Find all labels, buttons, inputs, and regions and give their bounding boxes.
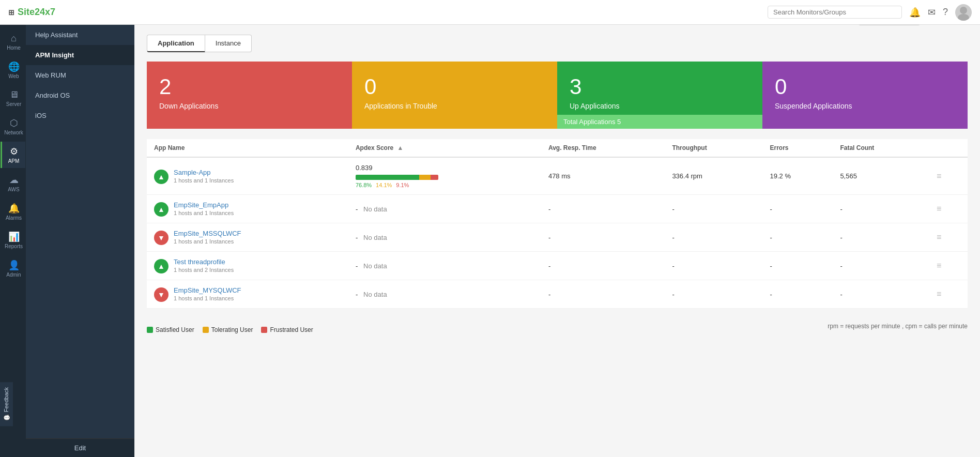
row-menu-icon[interactable]: ≡	[937, 204, 941, 213]
cell-apdex: - No data	[348, 252, 541, 280]
status-icon-up: ▲	[154, 202, 169, 217]
apdex-green-label: 76.8%	[356, 182, 372, 188]
stat-suspended-label: Suspended Applications	[775, 102, 955, 110]
row-menu-icon[interactable]: ≡	[937, 233, 941, 241]
search-bar[interactable]	[768, 6, 902, 19]
cell-app-name: ▲ Sample-App 1 hosts and 1 Instances	[147, 157, 348, 195]
help-icon[interactable]: ?	[943, 7, 948, 18]
main-content: APM Insight Applications ↻ Last updated …	[134, 0, 980, 347]
cell-throughput: -	[665, 195, 762, 223]
cell-menu[interactable]: ≡	[929, 252, 968, 280]
cell-apdex: - No data	[348, 223, 541, 252]
top-icons: 🔔 ✉ ?	[909, 4, 972, 21]
cell-errors: 19.2 %	[763, 157, 833, 195]
cell-avg-resp: -	[541, 252, 665, 280]
nav-apm-label: APM	[8, 158, 20, 164]
cell-app-name: ▲ Test threadprofile 1 hosts and 2 Insta…	[147, 252, 348, 280]
cell-menu[interactable]: ≡	[929, 223, 968, 252]
cell-menu[interactable]: ≡	[929, 195, 968, 223]
apdex-orange-label: 14.1%	[376, 182, 392, 188]
nav-admin[interactable]: 👤 Admin	[1, 255, 25, 282]
cell-avg-resp: 478 ms	[541, 157, 665, 195]
web-icon: 🌐	[8, 61, 20, 72]
stat-suspended-number: 0	[775, 76, 955, 98]
reports-icon: 📊	[8, 231, 20, 242]
nav-network[interactable]: ⬡ Network	[1, 113, 25, 140]
legend: Satisfied User Tolerating User Frustrate…	[147, 326, 313, 333]
frustrated-color-dot	[261, 327, 267, 333]
total-apps-bar: Total Applications 5	[557, 115, 762, 129]
table-row: ▲ Sample-App 1 hosts and 1 Instances 0.8…	[147, 157, 968, 195]
cell-apdex: - No data	[348, 280, 541, 309]
stat-trouble-number: 0	[364, 76, 545, 98]
sidebar-item-help[interactable]: Help Assistant	[26, 25, 134, 45]
search-input[interactable]	[773, 8, 896, 16]
avatar[interactable]	[955, 4, 972, 21]
cell-avg-resp: -	[541, 195, 665, 223]
app-name-link[interactable]: Sample-App	[174, 169, 234, 176]
table-row: ▼ EmpSite_MYSQLWCF 1 hosts and 1 Instanc…	[147, 280, 968, 309]
cell-throughput: -	[665, 280, 762, 309]
logo-text: Site24x7	[18, 7, 55, 18]
cell-app-name: ▼ EmpSite_MSSQLWCF 1 hosts and 1 Instanc…	[147, 223, 348, 252]
nav-home[interactable]: ⌂ Home	[1, 29, 25, 55]
status-icon-down: ▼	[154, 287, 169, 302]
nav-aws[interactable]: ☁ AWS	[1, 170, 25, 196]
stat-card-suspended[interactable]: 0 Suspended Applications	[762, 62, 968, 129]
row-menu-icon[interactable]: ≡	[937, 261, 941, 270]
nav-admin-label: Admin	[6, 272, 21, 278]
col-avg-resp: Avg. Resp. Time	[541, 139, 665, 157]
nav-web[interactable]: 🌐 Web	[1, 57, 25, 83]
apdex-dash: -	[356, 205, 358, 213]
app-hosts: 1 hosts and 2 Instances	[174, 267, 234, 273]
cell-errors: -	[763, 280, 833, 309]
satisfied-color-dot	[147, 327, 153, 333]
sidebar-item-ios[interactable]: iOS	[26, 105, 134, 126]
tab-instance[interactable]: Instance	[205, 35, 252, 52]
stat-card-up[interactable]: 3 Up Applications Total Applications 5	[557, 62, 762, 129]
cell-throughput: -	[665, 252, 762, 280]
bell-icon[interactable]: 🔔	[909, 7, 921, 18]
stat-card-down[interactable]: 2 Down Applications	[147, 62, 352, 129]
sort-apdex-icon: ▲	[397, 144, 404, 151]
footer-note: rpm = requests per minute , cpm = calls …	[828, 323, 968, 330]
col-apdex[interactable]: Apdex Score ▲	[348, 139, 541, 157]
cell-errors: -	[763, 195, 833, 223]
cell-errors: -	[763, 252, 833, 280]
cell-menu[interactable]: ≡	[929, 157, 968, 195]
nav-alarms[interactable]: 🔔 Alarms	[1, 199, 25, 225]
mail-icon[interactable]: ✉	[928, 7, 936, 18]
server-icon: 🖥	[9, 89, 19, 100]
stat-card-trouble[interactable]: 0 Applications in Trouble	[352, 62, 557, 129]
col-menu	[929, 139, 968, 157]
tab-application[interactable]: Application	[147, 35, 205, 52]
aws-icon: ☁	[9, 174, 19, 186]
cell-menu[interactable]: ≡	[929, 280, 968, 309]
apdex-red-label: 9.1%	[396, 182, 409, 188]
apm-icon: ⚙	[10, 146, 18, 157]
app-name-link[interactable]: Test threadprofile	[174, 258, 234, 266]
sidebar-item-android[interactable]: Android OS	[26, 85, 134, 105]
nav-apm[interactable]: ⚙ APM	[1, 142, 25, 168]
app-name-link[interactable]: EmpSite_MSSQLWCF	[174, 230, 241, 237]
app-name-link[interactable]: EmpSite_EmpApp	[174, 201, 234, 209]
grid-icon: ⊞	[8, 8, 14, 17]
stat-trouble-label: Applications in Trouble	[364, 102, 545, 110]
row-menu-icon[interactable]: ≡	[937, 290, 941, 298]
nav-web-label: Web	[8, 73, 19, 79]
sidebar-item-apm-insight[interactable]: APM Insight	[26, 45, 134, 65]
alarms-icon: 🔔	[8, 203, 20, 214]
apdex-dash: -	[356, 234, 358, 241]
nav-aws-label: AWS	[8, 187, 19, 192]
nav-reports[interactable]: 📊 Reports	[1, 227, 25, 253]
applications-table: App Name Apdex Score ▲ Avg. Resp. Time T…	[147, 139, 968, 309]
legend-satisfied: Satisfied User	[147, 326, 194, 333]
icon-nav: ⌂ Home 🌐 Web 🖥 Server ⬡ Network ⚙ APM ☁ …	[0, 25, 26, 347]
app-name-link[interactable]: EmpSite_MYSQLWCF	[174, 286, 241, 294]
nav-server[interactable]: 🖥 Server	[1, 85, 25, 111]
stat-cards: 2 Down Applications 0 Applications in Tr…	[147, 62, 968, 129]
nav-alarms-label: Alarms	[6, 215, 22, 221]
sidebar-item-web-rum[interactable]: Web RUM	[26, 65, 134, 85]
row-menu-icon[interactable]: ≡	[937, 172, 941, 180]
nav-reports-label: Reports	[5, 243, 23, 249]
